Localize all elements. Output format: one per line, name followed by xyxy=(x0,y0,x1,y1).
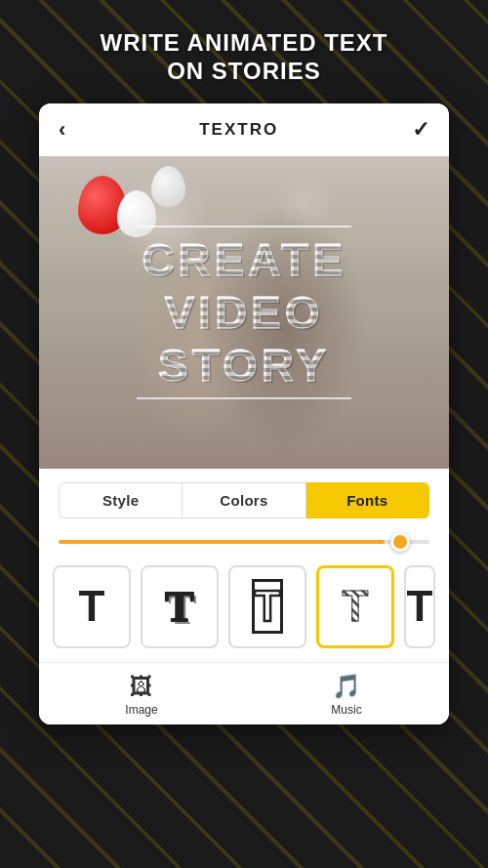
app-card: ‹ TEXTRO ✓ CREATE VIDEO STORY Style Colo… xyxy=(39,103,449,724)
slider-track[interactable] xyxy=(59,540,429,544)
nav-item-image[interactable]: 🖼 Image xyxy=(39,673,244,717)
font-letter-striped: T xyxy=(343,582,369,631)
tab-colors[interactable]: Colors xyxy=(182,482,305,518)
page-wrapper: WRITE ANIMATED TEXT ON STORIES ‹ TEXTRO … xyxy=(0,0,488,868)
font-letter-bold-shadow: T xyxy=(165,582,193,632)
font-samples-row: T T T T T xyxy=(39,556,449,662)
image-icon: 🖼 xyxy=(130,673,153,700)
image-canvas[interactable]: CREATE VIDEO STORY xyxy=(39,156,449,469)
slider-row xyxy=(39,528,449,556)
slider-thumb[interactable] xyxy=(390,532,410,552)
font-card-plain[interactable]: T xyxy=(53,565,131,648)
font-card-bold-shadow[interactable]: T xyxy=(141,565,219,648)
music-icon: 🎵 xyxy=(332,673,361,700)
overlay-text-line1: CREATE xyxy=(142,233,346,286)
tab-fonts[interactable]: Fonts xyxy=(306,482,429,518)
slider-fill xyxy=(59,540,385,544)
font-card-striped[interactable]: T xyxy=(316,565,394,648)
overlay-text-line3: STORY xyxy=(158,339,330,392)
tab-style[interactable]: Style xyxy=(59,482,182,518)
tabs-row: Style Colors Fonts xyxy=(39,469,449,528)
page-title: WRITE ANIMATED TEXT ON STORIES xyxy=(101,29,388,86)
font-card-outline[interactable]: T xyxy=(228,565,306,648)
overlay-line-top xyxy=(137,226,351,227)
app-title: TEXTRO xyxy=(199,120,278,140)
nav-label-music: Music xyxy=(331,703,361,717)
nav-item-music[interactable]: 🎵 Music xyxy=(244,673,449,717)
overlay-text-line2: VIDEO xyxy=(164,286,323,339)
font-letter-partial: T xyxy=(407,582,433,631)
back-button[interactable]: ‹ xyxy=(59,117,65,143)
font-letter-outline: T xyxy=(252,579,284,634)
check-button[interactable]: ✓ xyxy=(412,117,429,143)
text-overlay[interactable]: CREATE VIDEO STORY xyxy=(137,220,351,405)
bottom-nav: 🖼 Image 🎵 Music xyxy=(39,662,449,724)
nav-label-image: Image xyxy=(125,703,157,717)
font-letter-plain: T xyxy=(79,582,105,631)
nav-bar: ‹ TEXTRO ✓ xyxy=(39,103,449,156)
overlay-line-bottom xyxy=(137,397,351,399)
font-card-partial[interactable]: T xyxy=(404,565,435,648)
